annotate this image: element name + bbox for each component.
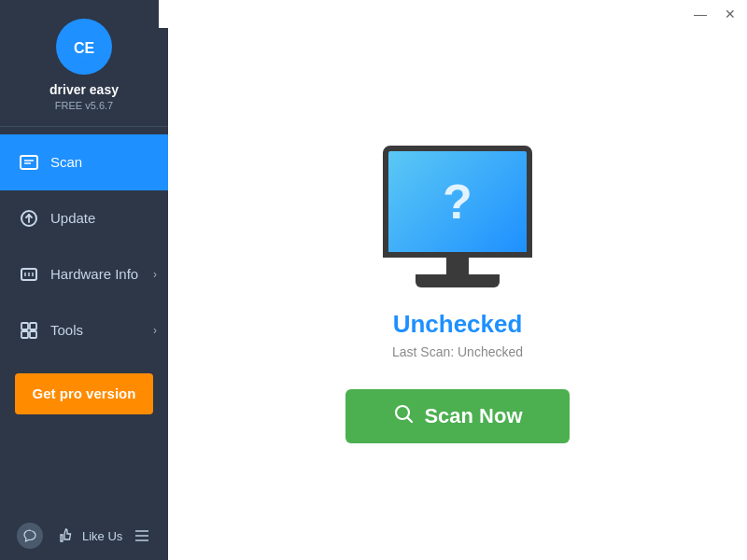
close-button[interactable]: ✕ bbox=[721, 5, 740, 23]
monitor-illustration: ? bbox=[383, 146, 532, 287]
monitor-base bbox=[416, 274, 500, 287]
svg-rect-11 bbox=[21, 323, 28, 329]
svg-line-19 bbox=[408, 417, 413, 422]
status-subtitle: Last Scan: Unchecked bbox=[392, 344, 523, 359]
scan-nav-icon bbox=[17, 150, 41, 175]
sidebar: CE driver easy FREE v5.6.7 Scan Update bbox=[0, 0, 168, 560]
scan-now-label: Scan Now bbox=[424, 404, 522, 428]
titlebar: — ✕ bbox=[159, 0, 747, 28]
sidebar-item-update[interactable]: Update bbox=[0, 190, 168, 246]
main-content: ? Unchecked Last Scan: Unchecked Scan No… bbox=[168, 28, 747, 560]
logo-area: CE driver easy FREE v5.6.7 bbox=[0, 0, 168, 127]
update-nav-icon bbox=[17, 206, 41, 231]
svg-rect-14 bbox=[30, 331, 36, 338]
hardware-info-arrow-icon: › bbox=[153, 268, 157, 281]
sidebar-item-update-label: Update bbox=[50, 210, 95, 226]
hardware-info-nav-icon bbox=[17, 262, 41, 287]
svg-rect-12 bbox=[30, 323, 36, 329]
svg-text:CE: CE bbox=[74, 40, 95, 56]
app-name: driver easy bbox=[49, 82, 119, 98]
svg-rect-13 bbox=[21, 331, 28, 338]
status-title: Unchecked bbox=[393, 310, 523, 339]
sidebar-item-hardware-info[interactable]: Hardware Info › bbox=[0, 246, 168, 302]
get-pro-button[interactable]: Get pro version bbox=[15, 373, 153, 414]
monitor-question-mark: ? bbox=[443, 177, 472, 226]
sidebar-item-hardware-info-label: Hardware Info bbox=[50, 266, 138, 282]
scan-now-button[interactable]: Scan Now bbox=[345, 389, 570, 443]
minimize-button[interactable]: — bbox=[691, 5, 710, 23]
like-us-area[interactable]: Like Us bbox=[58, 527, 150, 544]
app-logo-icon: CE bbox=[56, 19, 112, 75]
scan-now-icon bbox=[392, 402, 415, 430]
tools-nav-icon bbox=[17, 318, 41, 343]
svg-rect-2 bbox=[21, 156, 37, 169]
like-us-label: Like Us bbox=[82, 529, 122, 543]
sidebar-item-tools[interactable]: Tools › bbox=[0, 302, 168, 358]
sidebar-item-scan-label: Scan bbox=[50, 154, 82, 170]
monitor-neck bbox=[446, 258, 469, 274]
app-version: FREE v5.6.7 bbox=[55, 100, 113, 111]
tools-arrow-icon: › bbox=[153, 324, 157, 337]
sidebar-bottom: Like Us bbox=[0, 511, 168, 560]
sidebar-item-tools-label: Tools bbox=[50, 322, 83, 338]
chat-icon[interactable] bbox=[17, 523, 43, 549]
sidebar-item-scan[interactable]: Scan bbox=[0, 134, 168, 190]
monitor-screen: ? bbox=[383, 146, 532, 258]
